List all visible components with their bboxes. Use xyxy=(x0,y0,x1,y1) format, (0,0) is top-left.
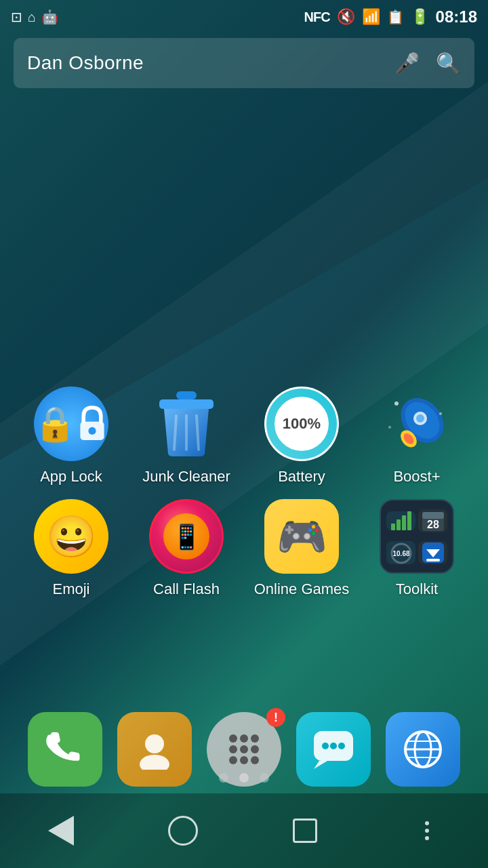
app-item-callflash[interactable]: 📱 Call Flash xyxy=(129,499,244,598)
svg-point-36 xyxy=(140,755,169,770)
phone-svg xyxy=(45,729,85,770)
battery-icon: 🔋 xyxy=(411,8,429,26)
svg-rect-23 xyxy=(391,524,395,530)
svg-point-19 xyxy=(388,426,391,429)
dock-browser[interactable] xyxy=(386,712,460,787)
mute-icon: 🔇 xyxy=(337,8,355,26)
more-dot-1 xyxy=(425,821,429,825)
nav-bar xyxy=(0,793,488,868)
dock-launcher[interactable]: ! xyxy=(207,712,281,787)
status-bar: ⊡ ⌂ 🤖 NFC 🔇 📶 📋 🔋 08:18 xyxy=(0,0,488,34)
svg-point-17 xyxy=(394,401,399,406)
svg-rect-26 xyxy=(407,511,411,530)
toolkit-cell-1 xyxy=(386,511,415,530)
app-item-boost[interactable]: Boost+ xyxy=(359,387,474,486)
status-time: 08:18 xyxy=(436,7,477,26)
svg-point-18 xyxy=(439,412,442,415)
app-grid: App Lock xyxy=(0,387,488,599)
junkclean-icon xyxy=(149,387,224,461)
svg-point-1 xyxy=(88,427,96,435)
launcher-svg xyxy=(222,728,266,771)
more-button[interactable] xyxy=(407,810,447,851)
home-icon: ⌂ xyxy=(28,9,36,25)
back-icon xyxy=(48,816,74,846)
sim-icon: 📋 xyxy=(387,9,404,25)
lock-svg xyxy=(76,401,108,447)
app-item-battery[interactable]: 100% Battery xyxy=(244,387,359,486)
app-item-games[interactable]: 🎮 Online Games xyxy=(244,499,359,598)
more-dot-2 xyxy=(425,829,429,833)
app-item-applock[interactable]: App Lock xyxy=(14,387,129,486)
battery-icon-wrapper: 100% xyxy=(264,387,339,461)
svg-rect-28 xyxy=(422,512,444,519)
boost-icon xyxy=(380,387,454,461)
svg-point-43 xyxy=(229,756,237,764)
browser-svg xyxy=(403,729,443,770)
status-left-icons: ⊡ ⌂ 🤖 xyxy=(11,9,58,25)
games-label: Online Games xyxy=(254,580,350,598)
svg-point-40 xyxy=(229,745,237,753)
applock-icon xyxy=(34,387,108,461)
search-text: Dan Osborne xyxy=(27,52,394,74)
svg-point-37 xyxy=(229,734,237,743)
svg-point-38 xyxy=(240,734,248,743)
svg-point-48 xyxy=(322,743,329,749)
svg-rect-3 xyxy=(159,399,214,409)
status-right-icons: NFC 🔇 📶 📋 🔋 08:18 xyxy=(304,7,478,26)
svg-point-41 xyxy=(240,745,248,753)
dock-messages[interactable] xyxy=(296,712,371,787)
search-bar[interactable]: Dan Osborne 🎤 🔍 xyxy=(14,38,474,88)
app-item-junkclean[interactable]: Junk Cleaner xyxy=(129,387,244,486)
app-item-toolkit[interactable]: 28 10.68 xyxy=(359,499,474,598)
emoji-label: Emoji xyxy=(52,580,89,598)
back-button[interactable] xyxy=(41,810,81,851)
toolkit-cell-3: 10.68 xyxy=(386,541,415,564)
dock: ! xyxy=(0,712,488,787)
recents-button[interactable] xyxy=(285,810,325,851)
wifi-icon: 📶 xyxy=(362,8,380,26)
callflash-svg: 📱 xyxy=(149,499,224,574)
home-button[interactable] xyxy=(163,810,203,851)
svg-text:10.68: 10.68 xyxy=(392,550,409,557)
recents-icon xyxy=(293,818,317,843)
junkclean-label: Junk Cleaner xyxy=(142,468,230,486)
dock-contacts[interactable] xyxy=(117,712,192,787)
nfc-icon: NFC xyxy=(304,9,330,25)
callflash-label: Call Flash xyxy=(153,580,220,598)
app-item-emoji[interactable]: 😀 Emoji xyxy=(14,499,129,598)
emoji-icon: 😀 xyxy=(34,499,108,574)
battery-label: Battery xyxy=(278,468,325,486)
games-icon: 🎮 xyxy=(264,499,339,574)
svg-text:28: 28 xyxy=(427,519,439,530)
android-icon: 🤖 xyxy=(41,9,58,25)
toolkit-label: Toolkit xyxy=(396,580,438,598)
toolkit-cell-4 xyxy=(418,541,447,564)
svg-point-49 xyxy=(330,743,337,749)
trash-svg xyxy=(156,390,217,458)
svg-marker-47 xyxy=(314,761,327,769)
callflash-icon: 📱 xyxy=(149,499,224,574)
svg-rect-34 xyxy=(426,559,440,561)
svg-point-35 xyxy=(145,734,164,753)
mic-icon[interactable]: 🎤 xyxy=(394,52,420,75)
toolkit-cell-2: 28 xyxy=(418,509,447,532)
home-icon xyxy=(168,816,198,846)
boost-label: Boost+ xyxy=(393,468,440,486)
dock-phone[interactable] xyxy=(28,712,102,787)
contacts-svg xyxy=(134,729,175,770)
svg-rect-2 xyxy=(176,391,197,399)
messages-svg xyxy=(312,730,354,769)
dock-badge: ! xyxy=(266,708,285,727)
applock-label: App Lock xyxy=(40,468,102,486)
svg-rect-25 xyxy=(402,515,406,530)
more-dot-3 xyxy=(425,836,429,840)
svg-point-50 xyxy=(338,743,345,749)
battery-svg: 100% xyxy=(264,387,339,461)
screenshot-icon: ⊡ xyxy=(11,9,22,25)
toolkit-icon: 28 10.68 xyxy=(380,499,454,574)
svg-point-44 xyxy=(240,756,248,764)
svg-rect-24 xyxy=(396,519,401,530)
svg-point-14 xyxy=(416,414,424,422)
svg-point-45 xyxy=(251,756,259,764)
search-icon[interactable]: 🔍 xyxy=(436,52,461,75)
